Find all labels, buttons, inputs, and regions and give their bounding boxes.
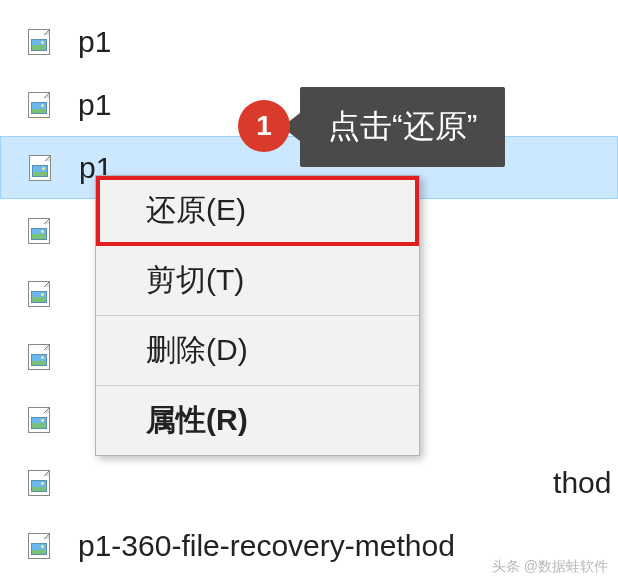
watermark: 头条 @数据蛙软件 <box>492 558 608 576</box>
menu-item-restore[interactable]: 还原(E) <box>96 176 419 246</box>
image-file-icon <box>28 344 50 370</box>
image-file-icon <box>29 155 51 181</box>
image-file-icon <box>28 407 50 433</box>
file-name: p1 <box>78 88 111 122</box>
image-file-icon <box>28 92 50 118</box>
file-row[interactable]: p1 <box>0 10 618 73</box>
image-file-icon <box>28 281 50 307</box>
file-name: thod <box>78 466 611 500</box>
menu-item-properties[interactable]: 属性(R) <box>96 386 419 455</box>
context-menu: 还原(E) 剪切(T) 删除(D) 属性(R) <box>95 175 420 456</box>
callout-tooltip: 点击“还原” <box>300 87 505 167</box>
image-file-icon <box>28 29 50 55</box>
file-row[interactable]: thod <box>0 451 618 514</box>
image-file-icon <box>28 218 50 244</box>
image-file-icon <box>28 470 50 496</box>
callout-number-badge: 1 <box>238 100 290 152</box>
file-name: p1-360-file-recovery-method <box>78 529 455 563</box>
menu-item-delete[interactable]: 删除(D) <box>96 316 419 386</box>
menu-item-cut[interactable]: 剪切(T) <box>96 246 419 316</box>
image-file-icon <box>28 533 50 559</box>
file-name: p1 <box>78 25 111 59</box>
